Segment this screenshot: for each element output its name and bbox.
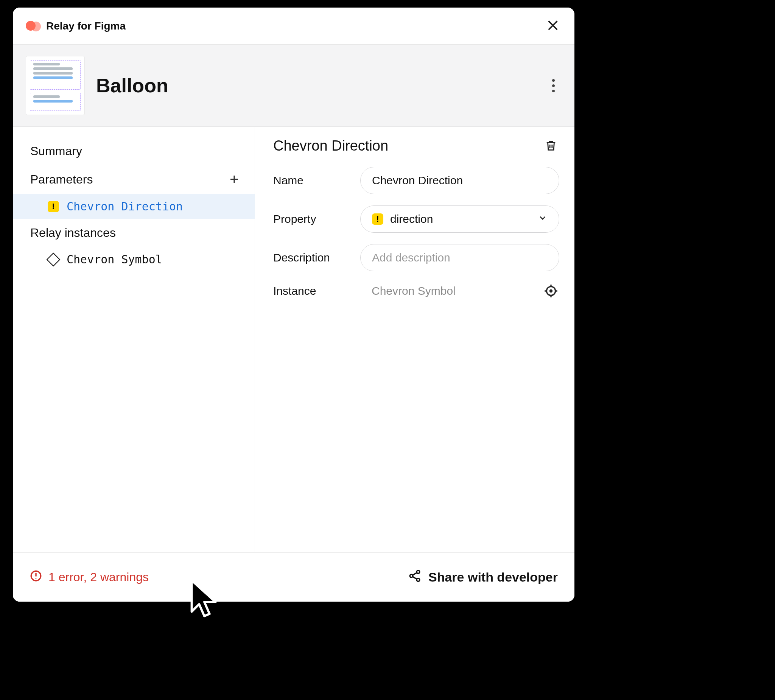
detail-title: Chevron Direction — [273, 138, 543, 154]
name-input-field[interactable] — [372, 174, 547, 187]
instance-field-label: Instance — [273, 284, 353, 298]
summary-label: Summary — [30, 144, 242, 158]
relay-panel: Relay for Figma — [13, 8, 574, 602]
instance-icon — [47, 253, 61, 266]
component-menu-button[interactable] — [545, 77, 562, 94]
share-label: Share with developer — [428, 570, 558, 585]
description-input-field[interactable] — [372, 251, 547, 264]
errors-warnings-button[interactable]: 1 error, 2 warnings — [30, 569, 149, 585]
property-value: direction — [390, 213, 433, 226]
sidebar-section-parameters: Parameters — [13, 165, 254, 194]
footer: 1 error, 2 warnings Share with developer — [13, 552, 574, 602]
titlebar: Relay for Figma — [13, 8, 574, 45]
svg-point-5 — [417, 570, 420, 573]
sidebar-section-instances: Relay instances — [13, 219, 254, 247]
share-with-developer-button[interactable]: Share with developer — [408, 569, 558, 586]
app-name: Relay for Figma — [46, 20, 126, 32]
chevron-down-icon — [538, 213, 547, 226]
warning-icon: ! — [372, 213, 383, 225]
parameter-item-chevron-direction[interactable]: ! Chevron Direction — [13, 194, 254, 219]
warning-icon: ! — [48, 201, 59, 212]
parameter-item-label: Chevron Direction — [67, 200, 183, 213]
instances-label: Relay instances — [30, 226, 242, 240]
close-icon — [546, 19, 559, 33]
errors-warnings-label: 1 error, 2 warnings — [48, 570, 149, 584]
share-icon — [408, 569, 422, 586]
sidebar-section-summary[interactable]: Summary — [13, 137, 254, 165]
property-field-label: Property — [273, 213, 353, 226]
name-field-label: Name — [273, 174, 353, 187]
error-icon — [30, 569, 42, 585]
component-thumbnail — [26, 56, 85, 115]
locate-instance-button[interactable] — [543, 283, 559, 299]
instance-value: Chevron Symbol — [360, 284, 535, 298]
component-name: Balloon — [96, 74, 168, 97]
svg-point-1 — [550, 290, 552, 292]
instance-item-label: Chevron Symbol — [67, 253, 162, 266]
component-header: Balloon — [13, 45, 574, 127]
close-button[interactable] — [544, 17, 562, 35]
svg-point-3 — [36, 578, 37, 579]
instance-item-chevron-symbol[interactable]: Chevron Symbol — [13, 247, 254, 272]
svg-point-4 — [410, 574, 413, 577]
svg-point-6 — [417, 578, 420, 581]
parameters-label: Parameters — [30, 173, 227, 186]
detail-pane: Chevron Direction Name Proper — [255, 127, 574, 552]
description-input[interactable] — [360, 244, 559, 271]
sidebar: Summary Parameters ! Chevron Direction R… — [13, 127, 255, 552]
property-select[interactable]: ! direction — [360, 205, 559, 233]
name-input[interactable] — [360, 167, 559, 194]
delete-parameter-button[interactable] — [543, 137, 559, 154]
add-parameter-button[interactable] — [227, 172, 242, 187]
description-field-label: Description — [273, 251, 353, 264]
relay-logo-icon — [26, 21, 41, 32]
